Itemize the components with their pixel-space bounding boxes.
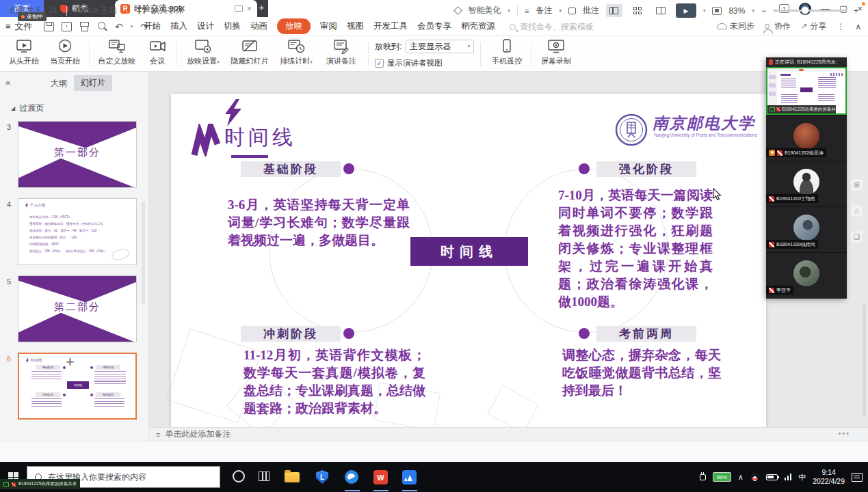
screen-share-tile[interactable]: B18041225高伟发的屏幕共享 (766, 67, 847, 115)
print-icon[interactable] (79, 22, 90, 31)
beautify-button[interactable]: 智能美化 (468, 5, 501, 16)
fit-window-icon[interactable] (712, 7, 722, 15)
play-from-start-button[interactable]: 从头开始 (4, 39, 44, 66)
task-view-button[interactable] (259, 470, 269, 481)
tray-expand-icon[interactable]: ∧ (738, 473, 744, 482)
section-header[interactable]: ◢ 过渡页 (11, 102, 44, 114)
chevron-down-icon[interactable]: ▾ (508, 8, 510, 14)
sync-status[interactable]: 未同步 (717, 20, 754, 32)
participant-tile[interactable]: B19041310丁翔杰 (766, 161, 847, 206)
new-tab-button[interactable]: + (259, 1, 265, 13)
dropdown-icon[interactable]: ▾ (217, 59, 220, 64)
zoom-out-button[interactable]: − (761, 6, 766, 16)
add-slide-button[interactable]: + (66, 353, 75, 371)
meeting-app-button[interactable] (345, 470, 358, 484)
participant-tile[interactable]: B18041330钱炜鸿 (766, 206, 847, 252)
panel-scrollbar[interactable] (142, 202, 145, 304)
dropdown-icon[interactable]: ▾ (310, 59, 313, 64)
show-settings-button[interactable]: 放映设置▾ (181, 39, 226, 66)
share-button[interactable]: ↗分享 (801, 20, 826, 32)
menu-animation[interactable]: 动画 (250, 20, 267, 32)
zoom-slider[interactable] (773, 10, 847, 12)
power-plug-icon[interactable] (700, 474, 706, 480)
security-app-button[interactable]: L (316, 470, 328, 484)
stage-text-sprint[interactable]: 11-12月初，英语背作文模板；数学每天一套真题/模拟卷，复盘总结；专业课刷真题… (244, 346, 425, 418)
notes-bar[interactable]: ≡ 单击此处添加备注 ••• (149, 427, 868, 441)
stage-chip-sprint[interactable]: 冲刺阶段 (241, 326, 341, 342)
slide-thumbnail-4[interactable]: 个人介绍 本科绩点/排名：3.96（40/72） 报考院校：南京邮电大学 报考专… (18, 198, 137, 265)
zoom-in-button[interactable]: + (854, 6, 858, 16)
tab-slides[interactable]: 幻灯片 (74, 75, 112, 91)
meeting-button[interactable]: 会议 (142, 39, 172, 66)
custom-show-button[interactable]: 自定义放映 (93, 39, 141, 66)
wifi-icon[interactable] (785, 474, 792, 480)
menu-transition[interactable]: 切换 (224, 20, 241, 32)
battery-icon[interactable] (766, 474, 778, 480)
menu-docer-res[interactable]: 稻壳资源 (461, 20, 495, 32)
ime-indicator[interactable]: 中 (798, 472, 806, 482)
close-tab-icon[interactable]: × (247, 4, 252, 14)
rehearse-timing-button[interactable]: 排练计时▾ (274, 39, 319, 66)
canvas-scrollbar[interactable] (863, 304, 866, 417)
stage-chip-basic[interactable]: 基础阶段 (241, 161, 341, 177)
phone-remote-button[interactable]: 手机遥控 (487, 39, 527, 66)
missing-font-label[interactable]: 缺失字体 (151, 5, 184, 16)
play-slideshow-button[interactable]: ▶ (676, 3, 696, 18)
screen-share-toast[interactable]: B18041225高伟发的屏幕共享 (0, 479, 80, 489)
slide-thumbnail-6-selected[interactable]: 时间线 基础阶段 强化阶段 冲刺阶段 考前两周 时间线 (18, 353, 137, 420)
more-menu-icon[interactable]: ⋮ (837, 22, 845, 31)
participant-tile[interactable]: B19041332徐景涛 (766, 115, 847, 161)
slide-title[interactable]: 时间线 (224, 124, 296, 152)
display-to-select[interactable]: 主要显示器 ▾ (406, 40, 474, 53)
stage-dot[interactable] (579, 163, 590, 174)
view-sorter-button[interactable] (629, 4, 646, 17)
view-reading-button[interactable] (653, 4, 669, 17)
menu-insert[interactable]: 插入 (170, 20, 187, 32)
slide-canvas[interactable]: 时间线 南京邮电大学 Nanjing University of Posts a… (171, 94, 766, 427)
menu-devtools[interactable]: 开发工具 (373, 20, 408, 32)
play-current-button[interactable]: 当页开始 (45, 39, 85, 66)
command-search[interactable]: 查找命令、搜索模板 (510, 21, 594, 33)
collapse-panel-icon[interactable]: « (5, 77, 10, 87)
presenter-view-checkbox[interactable]: ✓ (375, 59, 384, 68)
university-emblem-icon[interactable] (615, 113, 648, 146)
theme-name[interactable]: Office 主题 (77, 5, 116, 16)
stage-chip-final[interactable]: 考前两周 (596, 326, 696, 342)
menu-start[interactable]: 开始 (144, 20, 161, 32)
menu-view[interactable]: 视图 (347, 20, 364, 32)
collaborate-button[interactable]: 协作 (765, 20, 791, 32)
save-icon[interactable] (44, 22, 54, 31)
menu-slideshow-active[interactable]: 放映 (277, 18, 311, 34)
zoom-slider-knob[interactable] (801, 6, 809, 14)
stage-text-final[interactable]: 调整心态，摒弃杂念，每天吃饭睡觉做题背书总结，坚持到最后！ (562, 346, 721, 400)
speaker-notes-button[interactable]: 演讲备注 (320, 39, 363, 66)
chevron-down-icon[interactable]: ▾ (559, 8, 562, 14)
ghost-toolbar-icon[interactable]: ☆ (851, 205, 863, 217)
menu-member[interactable]: 会员专享 (417, 20, 451, 32)
stage-dot[interactable] (343, 328, 354, 339)
battery-charge-indicator[interactable]: 99% (713, 472, 731, 482)
hide-slide-button[interactable]: 隐藏幻灯片 (227, 39, 272, 66)
view-normal-button[interactable] (606, 4, 622, 17)
ghost-toolbar-icon[interactable]: ⊞ (851, 179, 863, 191)
export-icon[interactable]: ↑ (62, 22, 72, 31)
menu-design[interactable]: 设计 (197, 20, 214, 32)
stage-text-basic[interactable]: 3-6月，英语坚持每天背一定单词量/学习长难句；数学尽量跟着视频过一遍，多做题目… (228, 196, 410, 249)
collapse-ribbon-icon[interactable]: ∧ (855, 22, 861, 31)
panel-handle-dots[interactable]: ••• (838, 429, 850, 437)
docs-app-button[interactable] (402, 470, 417, 484)
undo-icon[interactable]: ↶ (115, 21, 123, 32)
participant-tile[interactable]: 李亚平 (766, 252, 847, 298)
notes-toggle[interactable]: 备注 (536, 5, 552, 16)
stage-chip-intensive[interactable]: 强化阶段 (596, 161, 696, 177)
stage-dot[interactable] (343, 163, 354, 174)
screen-record-button[interactable]: 屏幕录制 (536, 39, 576, 66)
stage-text-intensive[interactable]: 7-10月，英语每天一篇阅读同时单词不要停；数学跟着视频进行强化，狂刷题闭关修炼… (558, 187, 713, 311)
action-center-icon[interactable] (852, 473, 863, 482)
ghost-toolbar-icon[interactable]: ❏ (851, 231, 863, 243)
qq-icon[interactable] (750, 473, 759, 482)
present-mode-icon[interactable] (235, 5, 243, 12)
undo-dropdown-icon[interactable]: ▾ (131, 24, 133, 29)
slide-thumbnail-5[interactable]: 第二部分 (18, 275, 137, 342)
wps-app-button[interactable]: W (373, 470, 388, 484)
